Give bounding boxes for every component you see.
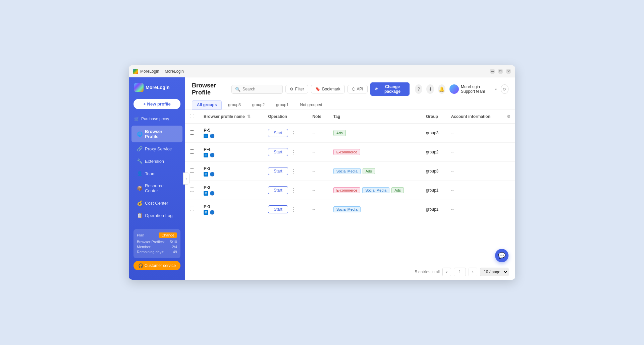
- main-window: MoreLogin | MoreLogin — □ ✕ MoreLogin + …: [129, 65, 515, 280]
- start-button-p2[interactable]: Start: [268, 186, 288, 194]
- more-button-p4[interactable]: ⋮: [289, 148, 298, 156]
- select-all-checkbox[interactable]: [190, 114, 194, 118]
- sidebar-collapse-toggle[interactable]: ›: [183, 172, 190, 185]
- row-name-col: P-3 ⊞ 🔵: [199, 162, 263, 181]
- prev-page-button[interactable]: ‹: [442, 268, 451, 276]
- profile-name-cell-p1: P-1 ⊞ 🔵: [204, 204, 259, 215]
- proxy-service-icon: 🔗: [137, 146, 142, 151]
- row-name-col: P-2 ⊞ 🔵: [199, 181, 263, 200]
- row-checkbox-p3[interactable]: [190, 168, 194, 173]
- filter-icon: ⚙: [290, 87, 293, 91]
- col-header-operation: Operation: [263, 110, 308, 124]
- more-button-p3[interactable]: ⋮: [289, 167, 298, 175]
- bell-icon[interactable]: 🔔: [438, 84, 445, 94]
- sidebar-item-resource-center[interactable]: 📦 Resource Center: [131, 180, 182, 197]
- sidebar-item-proxy-service[interactable]: 🔗 Proxy Service: [131, 143, 182, 155]
- row-checkbox-p5[interactable]: [190, 130, 194, 135]
- tab-group3[interactable]: group3: [223, 100, 246, 110]
- tag-row-p1: Social Media: [333, 206, 417, 212]
- profile-name-p4: P-4: [204, 147, 259, 152]
- tab-group2[interactable]: group2: [247, 100, 270, 110]
- remaining-days-value: 49: [173, 250, 177, 254]
- more-button-p5[interactable]: ⋮: [289, 129, 298, 137]
- more-button-p2[interactable]: ⋮: [289, 187, 298, 194]
- sidebar-label-browser-profile: Browser Profile: [145, 129, 177, 139]
- row-group-col: group2: [421, 143, 446, 162]
- plan-box: Plan Change Browser Profiles: 5/10 Membe…: [133, 229, 180, 258]
- table-area: Browser profile name ⇅ Operation Note Ta…: [185, 110, 515, 264]
- sidebar-item-extension[interactable]: 🔧 Extension: [131, 155, 182, 167]
- chrome-icon: 🔵: [210, 134, 215, 138]
- row-checkbox-p2[interactable]: [190, 188, 194, 192]
- row-checkbox-p1[interactable]: [190, 207, 194, 211]
- start-button-p5[interactable]: Start: [268, 129, 288, 137]
- start-button-p1[interactable]: Start: [268, 205, 288, 213]
- tab-not-grouped[interactable]: Not grouped: [295, 100, 327, 110]
- profile-name-p1: P-1: [204, 204, 259, 209]
- current-page-input[interactable]: [454, 268, 466, 276]
- member-value: 2/4: [172, 245, 177, 249]
- sidebar: MoreLogin + New profile 🛒 Purchase proxy…: [129, 77, 185, 280]
- tab-group1[interactable]: group1: [271, 100, 293, 110]
- more-button-p1[interactable]: ⋮: [289, 206, 298, 213]
- filter-button[interactable]: ⚙ Filter: [285, 85, 309, 93]
- row-note-col: --: [308, 162, 329, 181]
- tag-social: Social Media: [333, 206, 361, 212]
- sort-icon: ⇅: [247, 114, 251, 119]
- sidebar-item-operation-log[interactable]: 📋 Operation Log: [131, 209, 182, 221]
- profile-icons-p2: ⊞ 🔵: [204, 191, 259, 196]
- row-checkbox-p4[interactable]: [190, 149, 194, 154]
- plan-member-row: Member: 2/4: [137, 245, 177, 249]
- per-page-select[interactable]: 10 / page 20 / page 50 / page: [480, 268, 508, 276]
- help-icon[interactable]: ?: [415, 84, 422, 94]
- account-value-p5: --: [451, 131, 454, 135]
- row-checkbox-col: [185, 200, 199, 219]
- tab-all-groups[interactable]: All groups: [192, 100, 222, 110]
- row-name-col: P-4 ⊞ 🔵: [199, 143, 263, 162]
- row-account-col: --: [446, 143, 502, 162]
- row-settings-col: [502, 181, 515, 200]
- row-note-col: --: [308, 124, 329, 143]
- chat-bubble[interactable]: 💬: [495, 249, 508, 262]
- maximize-button[interactable]: □: [498, 69, 503, 74]
- chevron-down-icon: ▾: [495, 87, 497, 91]
- user-badge[interactable]: MoreLogin Support team ▾: [449, 84, 497, 94]
- refresh-button[interactable]: ⟳: [501, 84, 508, 94]
- title-bar: MoreLogin | MoreLogin — □ ✕: [129, 65, 515, 77]
- api-button[interactable]: ⬡ API: [347, 85, 368, 93]
- user-name: MoreLogin Support team: [461, 84, 493, 94]
- header-top: Browser Profile 🔍 ⚙ Filter 🔖 Bookmark: [192, 82, 508, 96]
- group-value-p5: group3: [426, 131, 438, 135]
- row-group-col: group3: [421, 124, 446, 143]
- new-profile-button[interactable]: + New profile: [133, 99, 180, 109]
- minimize-button[interactable]: —: [490, 69, 495, 74]
- profile-icons-p3: ⊞ 🔵: [204, 172, 259, 177]
- group-value-p2: group1: [426, 188, 438, 193]
- next-page-button[interactable]: ›: [469, 268, 477, 276]
- note-value-p2: --: [312, 188, 315, 193]
- col-header-settings[interactable]: ⚙: [502, 110, 515, 124]
- team-icon: 👤: [137, 171, 142, 176]
- plan-change-button[interactable]: Change: [159, 232, 177, 238]
- search-input[interactable]: [243, 87, 279, 91]
- sidebar-item-browser-profile[interactable]: 🌐 Browser Profile: [131, 126, 182, 142]
- row-account-col: --: [446, 162, 502, 181]
- profile-icons-p4: ⊞ 🔵: [204, 153, 259, 157]
- download-icon[interactable]: ⬇: [426, 84, 434, 94]
- start-button-p3[interactable]: Start: [268, 167, 288, 175]
- sidebar-item-purchase-proxy[interactable]: 🛒 Purchase proxy: [129, 114, 185, 124]
- filter-label: Filter: [295, 87, 304, 91]
- table-body: P-5 ⊞ 🔵 Start ⋮ -- Ads group3 -- P-4: [185, 124, 515, 219]
- customer-service-button[interactable]: 🎧 Customer service: [133, 261, 180, 270]
- bookmark-button[interactable]: 🔖 Bookmark: [311, 85, 344, 93]
- start-button-p4[interactable]: Start: [268, 148, 288, 156]
- change-package-button[interactable]: ⟳ Change package: [370, 82, 410, 96]
- close-button[interactable]: ✕: [506, 69, 511, 74]
- headset-icon: 🎧: [138, 263, 143, 268]
- col-name-label: Browser profile name: [204, 114, 245, 119]
- group-value-p4: group2: [426, 150, 438, 154]
- sidebar-item-team[interactable]: 👤 Team: [131, 167, 182, 180]
- header-right: 🔍 ⚙ Filter 🔖 Bookmark ⬡: [231, 82, 508, 96]
- group-tabs: All groupsgroup3group2group1Not grouped: [192, 100, 508, 110]
- sidebar-item-cost-center[interactable]: 💰 Cost Center: [131, 197, 182, 209]
